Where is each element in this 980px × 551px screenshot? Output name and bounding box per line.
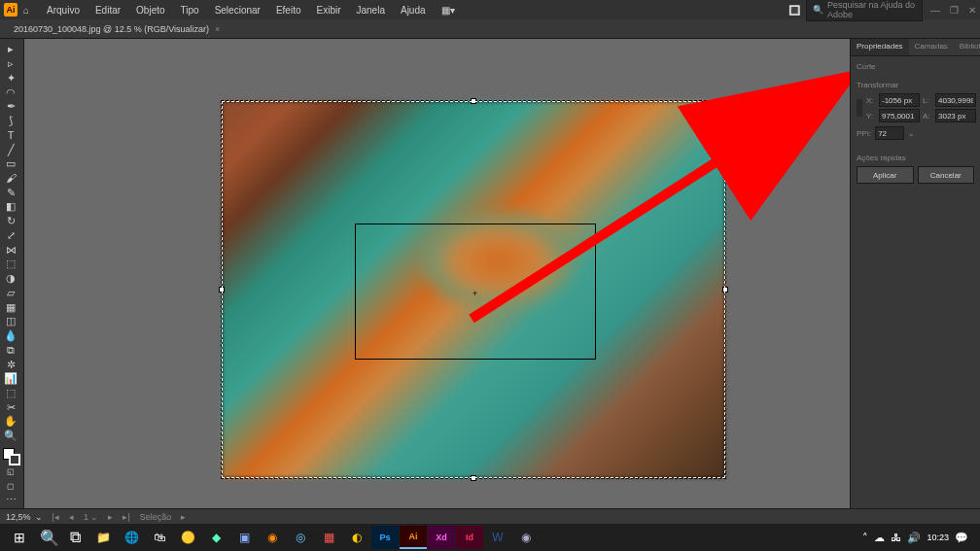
screen-mode[interactable]: ▢: [0, 479, 21, 493]
minimize-icon[interactable]: —: [930, 5, 940, 16]
handle-top[interactable]: [471, 98, 476, 104]
tb-photoshop[interactable]: Ps: [371, 526, 399, 549]
tb-word[interactable]: W: [484, 526, 511, 549]
nav-prev-icon[interactable]: ◂: [69, 512, 74, 522]
tool-graph[interactable]: 📊: [0, 372, 21, 386]
tool-blend[interactable]: ⧉: [0, 343, 21, 357]
tray-network-icon[interactable]: 🖧: [891, 532, 901, 543]
tool-perspective[interactable]: ▱: [0, 286, 21, 299]
tb-app3[interactable]: ◉: [259, 526, 286, 549]
tool-eraser[interactable]: ◧: [0, 200, 21, 214]
tb-chrome[interactable]: 🟡: [174, 526, 201, 549]
w-input[interactable]: [935, 93, 976, 107]
tool-curvature[interactable]: ⟆: [0, 115, 21, 128]
artboard[interactable]: +: [222, 101, 725, 478]
menu-editar[interactable]: Editar: [88, 5, 128, 16]
tb-steam[interactable]: ◉: [512, 526, 540, 549]
cancel-button[interactable]: Cancelar: [918, 166, 975, 184]
menu-janela[interactable]: Janela: [349, 5, 393, 16]
tool-shape-builder[interactable]: ◑: [0, 272, 21, 286]
tb-app5[interactable]: ▦: [315, 526, 342, 549]
tool-width[interactable]: ⋈: [0, 243, 21, 257]
nav-next-icon[interactable]: ▸: [108, 512, 113, 522]
tool-symbol-sprayer[interactable]: ✲: [0, 358, 21, 371]
tray-clock[interactable]: 10:23: [927, 533, 949, 542]
tb-store[interactable]: 🛍: [146, 526, 173, 549]
tool-line[interactable]: ╱: [0, 143, 21, 156]
tool-artboard[interactable]: ⬚: [0, 387, 21, 400]
arrange-docs-icon[interactable]: ▦▾: [434, 5, 463, 16]
tray-up-icon[interactable]: ˄: [862, 532, 868, 544]
menu-objeto[interactable]: Objeto: [128, 5, 172, 16]
menu-selecionar[interactable]: Selecionar: [207, 5, 268, 16]
fill-stroke-swatch[interactable]: [3, 448, 20, 465]
tool-gradient[interactable]: ◫: [0, 315, 21, 328]
tool-free-transform[interactable]: ⬚: [0, 258, 21, 271]
document-tab[interactable]: 20160730_100048.jpg @ 12.5 % (RGB/Visual…: [6, 24, 228, 34]
handle-left[interactable]: [219, 287, 225, 293]
tb-xd[interactable]: Xd: [428, 526, 455, 549]
tool-slice[interactable]: ✂: [0, 400, 21, 414]
tb-illustrator[interactable]: Ai: [400, 526, 427, 549]
tb-app6[interactable]: ◐: [343, 526, 370, 549]
tab-propriedades[interactable]: Propriedades: [851, 39, 909, 55]
zoom-dropdown-icon[interactable]: ⌄: [35, 512, 43, 522]
task-view-icon[interactable]: ⧉: [64, 527, 86, 548]
tool-zoom[interactable]: 🔍: [0, 430, 21, 443]
ppi-input[interactable]: [875, 126, 904, 140]
tool-hand[interactable]: ✋: [0, 415, 21, 429]
h-input[interactable]: [935, 109, 976, 122]
apply-button[interactable]: Aplicar: [857, 166, 914, 184]
tool-magic-wand[interactable]: ✦: [0, 71, 21, 85]
taskbar-search-icon[interactable]: 🔍: [39, 527, 60, 548]
ppi-dropdown-icon[interactable]: ⌄: [908, 129, 915, 138]
nav-first-icon[interactable]: |◂: [52, 512, 59, 522]
tb-indesign[interactable]: Id: [456, 526, 483, 549]
toolbar-edit[interactable]: ⋯: [0, 494, 21, 507]
x-input[interactable]: [879, 93, 920, 107]
tb-explorer[interactable]: 📁: [89, 526, 117, 549]
reference-point[interactable]: [857, 99, 862, 117]
tray-notifications-icon[interactable]: 💬: [955, 532, 968, 544]
tray-onedrive-icon[interactable]: ☁: [874, 532, 885, 544]
tb-app4[interactable]: ◎: [287, 526, 314, 549]
handle-bottom[interactable]: [471, 475, 476, 481]
tool-shaper[interactable]: ✎: [0, 186, 21, 199]
tab-camadas[interactable]: Camadas: [909, 39, 954, 55]
menu-efeito[interactable]: Efeito: [268, 5, 309, 16]
share-icon[interactable]: 🔳: [788, 5, 800, 16]
maximize-icon[interactable]: ❐: [950, 5, 959, 16]
status-dd-icon[interactable]: ▸: [181, 512, 186, 522]
tool-selection[interactable]: ▸: [0, 43, 21, 56]
menu-ajuda[interactable]: Ajuda: [393, 5, 434, 16]
canvas[interactable]: +: [24, 39, 850, 508]
crop-rectangle[interactable]: +: [355, 224, 596, 360]
menu-exibir[interactable]: Exibir: [308, 5, 348, 16]
nav-last-icon[interactable]: ▸|: [122, 512, 129, 522]
close-icon[interactable]: ✕: [968, 5, 976, 16]
tb-app2[interactable]: ▣: [230, 526, 258, 549]
home-icon[interactable]: ⌂: [23, 5, 29, 16]
tool-type[interactable]: T: [0, 128, 21, 142]
tool-lasso[interactable]: ◠: [0, 86, 21, 99]
start-button[interactable]: ⊞: [4, 526, 35, 549]
draw-mode[interactable]: ◱: [0, 465, 21, 479]
y-input[interactable]: [879, 109, 920, 122]
tool-rotate[interactable]: ↻: [0, 215, 21, 228]
stroke-color[interactable]: [9, 454, 20, 465]
tool-direct-selection[interactable]: ▹: [0, 57, 21, 71]
menu-tipo[interactable]: Tipo: [173, 5, 207, 16]
tool-brush[interactable]: 🖌: [0, 172, 21, 186]
tool-rectangle[interactable]: ▭: [0, 157, 21, 171]
tb-app1[interactable]: ◆: [202, 526, 229, 549]
tool-mesh[interactable]: ▦: [0, 300, 21, 314]
tb-edge[interactable]: 🌐: [118, 526, 145, 549]
handle-right[interactable]: [722, 287, 728, 293]
artboard-nav[interactable]: 1 ⌄: [84, 512, 99, 522]
menu-arquivo[interactable]: Arquivo: [39, 5, 88, 16]
tray-volume-icon[interactable]: 🔊: [907, 532, 921, 544]
tool-eyedropper[interactable]: 💧: [0, 329, 21, 343]
tool-scale[interactable]: ⤢: [0, 229, 21, 243]
zoom-value[interactable]: 12,5%: [6, 512, 31, 522]
tool-pen[interactable]: ✒: [0, 100, 21, 114]
